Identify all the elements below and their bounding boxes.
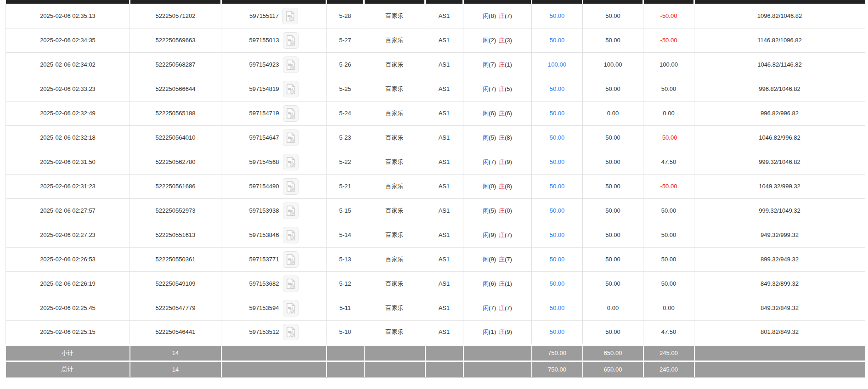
shoe-round-cell: 5-13 — [327, 247, 364, 271]
order-number-cell: 522250547779 — [130, 296, 221, 320]
bet-amount-link[interactable]: 50.00 — [550, 12, 565, 19]
video-replay-button[interactable] — [283, 178, 299, 195]
subtotal-empty-cell — [425, 344, 463, 361]
player-result-label: 闲 — [483, 37, 489, 44]
video-replay-button[interactable] — [283, 227, 299, 243]
table-footer: 小计 14 750.00 650.00 245.00 总计 14 750.00 … — [6, 344, 865, 378]
table-name-cell: AS1 — [425, 77, 463, 101]
player-result-score: (6) — [489, 110, 496, 117]
order-number-cell: 522250564010 — [130, 125, 221, 150]
player-result-label: 闲 — [483, 158, 489, 165]
player-result-score: (1) — [489, 328, 496, 335]
table-name-cell: AS1 — [425, 28, 463, 52]
player-result-score: (7) — [489, 304, 496, 311]
round-id-cell: 597153512 — [221, 320, 327, 344]
round-id-text: 597153938 — [249, 207, 279, 214]
player-result-score: (7) — [489, 85, 496, 92]
balance-cell: 999.32/1046.82 — [694, 150, 865, 174]
winloss-value: 50.00 — [661, 256, 676, 263]
bet-amount-cell: 50.00 — [532, 4, 583, 28]
video-replay-button[interactable] — [283, 300, 299, 316]
winloss-cell: -50.00 — [643, 125, 694, 150]
game-type-cell: 百家乐 — [364, 247, 425, 271]
bet-amount-link[interactable]: 50.00 — [550, 280, 565, 287]
balance-cell: 849.32/849.32 — [694, 296, 865, 320]
player-result-score: (0) — [489, 183, 496, 190]
bet-amount-link[interactable]: 50.00 — [550, 207, 565, 214]
video-replay-button[interactable] — [283, 81, 299, 97]
round-id-text: 597153682 — [249, 280, 279, 287]
banker-result-label: 庄 — [499, 12, 505, 19]
banker-result-score: (7) — [505, 256, 512, 263]
bet-amount-link[interactable]: 50.00 — [550, 183, 565, 190]
video-replay-button[interactable] — [283, 154, 299, 170]
video-replay-icon — [286, 303, 296, 314]
game-type-cell: 百家乐 — [364, 150, 425, 174]
bet-amount-link[interactable]: 50.00 — [550, 328, 565, 335]
bet-amount-link[interactable]: 50.00 — [550, 134, 565, 141]
banker-result-label: 庄 — [499, 304, 505, 311]
round-id-cell: 597153682 — [221, 271, 327, 296]
table-name-cell: AS1 — [425, 150, 463, 174]
player-result-label: 闲 — [483, 85, 489, 92]
video-replay-button[interactable] — [283, 56, 299, 73]
banker-result-label: 庄 — [499, 328, 505, 335]
valid-amount-cell: 50.00 — [583, 271, 643, 296]
table-row: 2025-02-06 02:31:50 522250562780 5971545… — [6, 150, 865, 174]
video-replay-button[interactable] — [283, 130, 299, 146]
player-result-label: 闲 — [483, 134, 489, 141]
winloss-value: 50.00 — [661, 85, 676, 92]
table-row: 2025-02-06 02:26:53 522250550361 5971537… — [6, 247, 865, 271]
bet-amount-link[interactable]: 50.00 — [550, 37, 565, 44]
valid-amount-cell: 50.00 — [583, 77, 643, 101]
banker-result-score: (7) — [505, 12, 512, 19]
winloss-value: -50.00 — [660, 12, 677, 19]
video-replay-icon — [286, 35, 296, 46]
video-replay-button[interactable] — [283, 105, 299, 122]
bet-amount-link[interactable]: 100.00 — [548, 61, 566, 68]
video-replay-button[interactable] — [283, 251, 299, 268]
winloss-cell: -50.00 — [643, 174, 694, 198]
bet-time-cell: 2025-02-06 02:25:45 — [6, 296, 130, 320]
round-id-text: 597154719 — [249, 110, 279, 117]
header-strip-cell — [583, 0, 643, 4]
round-id-text: 597154819 — [249, 85, 279, 92]
game-type-cell: 百家乐 — [364, 52, 425, 77]
balance-cell: 1049.32/999.32 — [694, 174, 865, 198]
player-result-score: (2) — [489, 37, 496, 44]
video-replay-button[interactable] — [283, 32, 299, 49]
bet-amount-link[interactable]: 50.00 — [550, 158, 565, 165]
video-replay-button[interactable] — [283, 324, 299, 340]
result-cell: 闲(8)庄(7) — [463, 4, 532, 28]
round-id-text: 597154923 — [249, 61, 279, 68]
order-number-cell: 522250569663 — [130, 28, 221, 52]
table-row: 2025-02-06 02:35:13 522250571202 5971551… — [6, 4, 865, 28]
header-strip-cell — [532, 0, 583, 4]
balance-cell: 1096.82/1046.82 — [694, 4, 865, 28]
bet-amount-link[interactable]: 50.00 — [550, 304, 565, 311]
bet-amount-link[interactable]: 50.00 — [550, 85, 565, 92]
bet-amount-cell: 50.00 — [532, 77, 583, 101]
bet-amount-link[interactable]: 50.00 — [550, 231, 565, 238]
video-replay-button[interactable] — [283, 203, 299, 219]
round-id-cell: 597154647 — [221, 125, 327, 150]
bet-amount-cell: 50.00 — [532, 296, 583, 320]
table-row: 2025-02-06 02:27:57 522250552973 5971539… — [6, 198, 865, 223]
total-empty-cell — [694, 361, 865, 378]
result-cell: 闲(9)庄(7) — [463, 223, 532, 247]
banker-result-score: (6) — [505, 110, 512, 117]
table-row: 2025-02-06 02:25:15 522250546441 5971535… — [6, 320, 865, 344]
winloss-value: 0.00 — [663, 304, 674, 311]
round-id-cell: 597154490 — [221, 174, 327, 198]
table-name-cell: AS1 — [425, 174, 463, 198]
winloss-value: 0.00 — [663, 110, 674, 117]
round-id-text: 597155117 — [249, 12, 279, 19]
bet-amount-link[interactable]: 50.00 — [550, 110, 565, 117]
video-replay-button[interactable] — [283, 276, 299, 292]
bet-amount-link[interactable]: 50.00 — [550, 256, 565, 263]
valid-amount-cell: 50.00 — [583, 223, 643, 247]
banker-result-label: 庄 — [499, 37, 505, 44]
round-id-text: 597153846 — [249, 231, 279, 238]
header-strip-cell — [221, 0, 327, 4]
video-replay-button[interactable] — [282, 8, 298, 24]
